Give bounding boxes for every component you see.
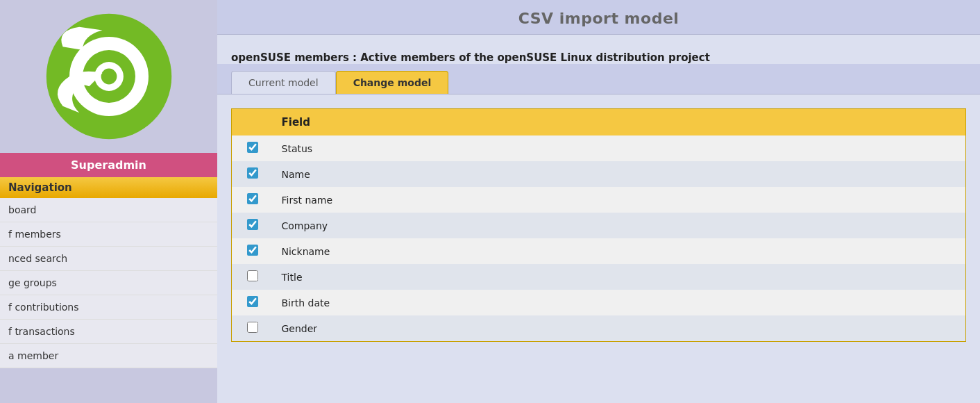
field-label-7: Gender <box>273 315 966 342</box>
field-checkbox-7[interactable] <box>247 322 258 333</box>
checkbox-cell-6[interactable] <box>232 290 273 315</box>
checkbox-cell-3[interactable] <box>232 213 273 238</box>
checkbox-cell-0[interactable] <box>232 135 273 161</box>
field-label-3: Company <box>273 213 966 238</box>
sidebar-item-transactions[interactable]: f transactions <box>0 320 217 344</box>
table-header: Field <box>232 109 966 136</box>
sidebar-item-add-member[interactable]: a member <box>0 344 217 368</box>
svg-point-4 <box>101 69 117 85</box>
page-title: CSV import model <box>231 10 966 27</box>
field-label-6: Birth date <box>273 290 966 315</box>
checkbox-cell-2[interactable] <box>232 187 273 213</box>
sidebar-item-manage-groups[interactable]: ge groups <box>0 271 217 295</box>
field-checkbox-6[interactable] <box>247 296 258 307</box>
field-label-1: Name <box>273 161 966 187</box>
table-row: Status <box>232 135 966 161</box>
field-checkbox-1[interactable] <box>247 167 258 179</box>
field-checkbox-5[interactable] <box>247 270 258 281</box>
content-area: Field StatusNameFirst nameCompanyNicknam… <box>217 94 980 403</box>
table-row: Nickname <box>232 238 966 264</box>
field-label-4: Nickname <box>273 238 966 264</box>
sidebar-item-members[interactable]: f members <box>0 222 217 247</box>
main-content: CSV import model openSUSE members : Acti… <box>217 0 980 403</box>
field-label-2: First name <box>273 187 966 213</box>
checkbox-cell-1[interactable] <box>232 161 273 187</box>
table-body: StatusNameFirst nameCompanyNicknameTitle… <box>232 135 966 342</box>
project-description: openSUSE members : Active members of the… <box>217 43 980 64</box>
field-checkbox-0[interactable] <box>247 142 258 153</box>
superadmin-label: Superadmin <box>71 158 146 172</box>
sidebar: Superadmin Navigation boardf membersnced… <box>0 0 217 403</box>
field-checkbox-4[interactable] <box>247 245 258 256</box>
tab-current-model[interactable]: Current model <box>231 71 336 94</box>
checkbox-cell-4[interactable] <box>232 238 273 264</box>
tab-change-model[interactable]: Change model <box>336 71 449 94</box>
nav-header-label: Navigation <box>8 181 72 194</box>
table-col-field: Field <box>273 109 966 136</box>
sidebar-item-contributions[interactable]: f contributions <box>0 295 217 320</box>
checkbox-cell-7[interactable] <box>232 315 273 342</box>
sidebar-item-board[interactable]: board <box>0 198 217 222</box>
table-col-checkbox <box>232 109 273 136</box>
page-header: CSV import model <box>217 0 980 35</box>
tabs-container: Current modelChange model <box>217 64 980 94</box>
table-row: Birth date <box>232 290 966 315</box>
field-label-5: Title <box>273 264 966 290</box>
opensuse-logo <box>43 10 175 142</box>
checkbox-cell-5[interactable] <box>232 264 273 290</box>
table-row: Company <box>232 213 966 238</box>
logo-container <box>40 7 178 146</box>
field-label-0: Status <box>273 135 966 161</box>
field-checkbox-3[interactable] <box>247 219 258 230</box>
nav-items: boardf membersnced searchge groupsf cont… <box>0 198 217 368</box>
table-row: Title <box>232 264 966 290</box>
table-row: Name <box>232 161 966 187</box>
field-checkbox-2[interactable] <box>247 193 258 204</box>
sidebar-item-advanced-search[interactable]: nced search <box>0 247 217 271</box>
superadmin-bar: Superadmin <box>0 153 217 177</box>
fields-table: Field StatusNameFirst nameCompanyNicknam… <box>231 108 966 342</box>
table-row: First name <box>232 187 966 213</box>
nav-header: Navigation <box>0 177 217 198</box>
table-row: Gender <box>232 315 966 342</box>
